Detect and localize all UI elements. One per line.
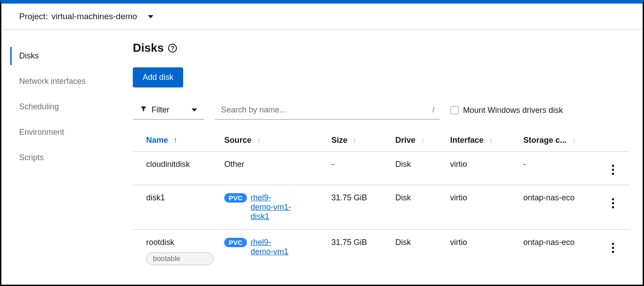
main-content: Disks ? Add disk Filter / bbox=[119, 30, 643, 282]
table-row: disk1PVCrhel9-demo-vm1-disk131.75 GiBDis… bbox=[133, 185, 629, 230]
sort-icon: ↕ bbox=[572, 137, 575, 145]
sidebar: DisksNetwork interfacesSchedulingEnviron… bbox=[1, 30, 119, 282]
size-value: 31.75 GiB bbox=[331, 193, 367, 202]
pvc-badge: PVC bbox=[224, 193, 247, 203]
filter-icon bbox=[140, 105, 147, 115]
chevron-down-icon bbox=[192, 108, 197, 112]
sidebar-item-label: Disks bbox=[19, 51, 39, 60]
storage-value: - bbox=[523, 160, 526, 169]
project-prefix: Project: bbox=[19, 12, 48, 21]
column-header-label: Size bbox=[331, 136, 347, 145]
project-name: virtual-machines-demo bbox=[51, 12, 137, 21]
sidebar-item-label: Network interfaces bbox=[19, 77, 86, 86]
page-title: Disks bbox=[133, 41, 164, 55]
sort-icon: ↕ bbox=[257, 137, 260, 145]
sort-icon: ↕ bbox=[353, 137, 357, 145]
mount-windows-drivers-checkbox[interactable]: Mount Windows drivers disk bbox=[451, 106, 563, 115]
column-header-source[interactable]: Source↕ bbox=[219, 128, 326, 152]
size-value: 31.75 GiB bbox=[331, 238, 367, 247]
source-pvc-link[interactable]: rhel9-demo-vm1-disk1 bbox=[250, 193, 291, 221]
kebab-menu-icon[interactable] bbox=[610, 163, 616, 177]
disk-name: rootdisk bbox=[146, 238, 213, 247]
sidebar-item-label: Environment bbox=[19, 128, 64, 137]
search-shortcut-hint: / bbox=[432, 106, 435, 115]
sidebar-item-scripts[interactable]: Scripts bbox=[1, 145, 119, 170]
sort-icon: ↕ bbox=[421, 137, 424, 145]
sidebar-item-network-interfaces[interactable]: Network interfaces bbox=[1, 69, 119, 94]
checkbox-icon bbox=[451, 106, 459, 114]
storage-value: ontap-nas-eco bbox=[523, 193, 574, 202]
kebab-menu-icon[interactable] bbox=[610, 196, 616, 210]
column-header-label: Storage c... bbox=[523, 136, 566, 145]
pvc-badge: PVC bbox=[224, 238, 247, 247]
filter-label: Filter bbox=[152, 105, 169, 115]
interface-value: virtio bbox=[450, 193, 467, 202]
column-header-label: Name bbox=[146, 136, 168, 145]
table-row: rootdiskbootablePVCrhel9-demo-vm131.75 G… bbox=[133, 230, 629, 274]
interface-value: virtio bbox=[450, 238, 467, 247]
sort-icon: ↕ bbox=[489, 137, 492, 145]
add-disk-button[interactable]: Add disk bbox=[133, 67, 183, 87]
chevron-down-icon bbox=[148, 15, 153, 18]
column-header-name[interactable]: Name↑ bbox=[133, 128, 219, 152]
column-header-label: Interface bbox=[450, 136, 484, 145]
search-input[interactable] bbox=[215, 101, 440, 120]
sort-ascending-icon: ↑ bbox=[173, 136, 177, 145]
kebab-menu-icon[interactable] bbox=[610, 241, 616, 255]
column-header-label: Drive bbox=[395, 136, 415, 145]
mount-windows-label: Mount Windows drivers disk bbox=[463, 106, 563, 115]
storage-value: ontap-nas-eco bbox=[523, 238, 574, 247]
sidebar-item-label: Scheduling bbox=[19, 102, 59, 111]
disks-table: Name↑Source↕Size↕Drive↕Interface↕Storage… bbox=[133, 128, 629, 273]
column-header-label: Source bbox=[224, 136, 251, 145]
help-icon[interactable]: ? bbox=[168, 44, 177, 53]
interface-value: virtio bbox=[450, 160, 467, 169]
sidebar-item-disks[interactable]: Disks bbox=[1, 43, 119, 69]
project-selector[interactable]: Project: virtual-machines-demo bbox=[1, 4, 643, 30]
size-value: - bbox=[331, 160, 334, 169]
column-header-storage-c-[interactable]: Storage c...↕ bbox=[518, 128, 605, 152]
bootable-badge: bootable bbox=[146, 253, 213, 265]
drive-value: Disk bbox=[395, 238, 411, 247]
sidebar-item-environment[interactable]: Environment bbox=[1, 120, 119, 145]
source-text: Other bbox=[224, 160, 244, 169]
drive-value: Disk bbox=[395, 193, 411, 202]
sidebar-item-scheduling[interactable]: Scheduling bbox=[1, 94, 119, 120]
disk-name: disk1 bbox=[146, 193, 213, 203]
column-header-actions bbox=[605, 128, 629, 152]
column-header-interface[interactable]: Interface↕ bbox=[445, 128, 518, 152]
filter-dropdown[interactable]: Filter bbox=[133, 101, 204, 120]
disk-name: cloudinitdisk bbox=[146, 160, 213, 169]
table-row: cloudinitdiskOther-Diskvirtio- bbox=[133, 152, 629, 185]
sidebar-item-label: Scripts bbox=[19, 153, 44, 162]
column-header-size[interactable]: Size↕ bbox=[326, 128, 390, 152]
drive-value: Disk bbox=[395, 160, 411, 169]
column-header-drive[interactable]: Drive↕ bbox=[390, 128, 445, 152]
source-pvc-link[interactable]: rhel9-demo-vm1 bbox=[250, 238, 291, 257]
